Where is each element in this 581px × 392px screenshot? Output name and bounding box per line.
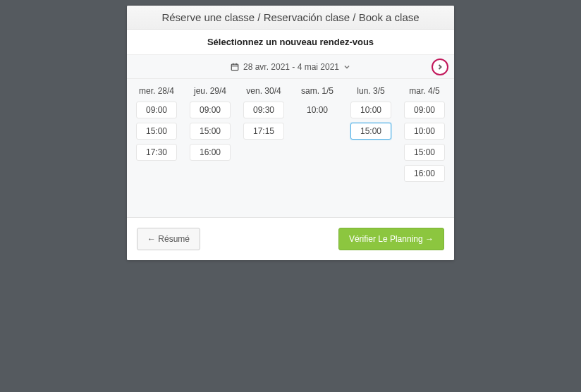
day-header: lun. 3/5	[357, 86, 384, 96]
day-header: ven. 30/4	[246, 86, 281, 96]
date-range-text: 28 avr. 2021 - 4 mai 2021	[243, 62, 339, 72]
days-container: mer. 28/409:0015:0017:30jeu. 29/409:0015…	[131, 86, 450, 182]
verify-planning-button[interactable]: Vérifier Le Planning →	[338, 228, 444, 250]
day-header: mer. 28/4	[139, 86, 174, 96]
time-slot[interactable]: 17:30	[136, 144, 177, 161]
modal-subheader: Sélectionnez un nouveau rendez-vous	[127, 30, 454, 55]
chevron-right-icon	[436, 63, 444, 71]
day-column: mer. 28/409:0015:0017:30	[131, 86, 182, 182]
time-slot[interactable]: 15:00	[404, 144, 445, 161]
time-slot[interactable]: 09:00	[404, 102, 445, 118]
day-column: sam. 1/510:00	[292, 86, 343, 182]
time-slot[interactable]: 17:15	[243, 123, 284, 140]
modal-title: Réserve une classe / Reservación clase /…	[127, 6, 454, 30]
back-button[interactable]: ← Résumé	[137, 228, 200, 250]
time-slot[interactable]: 09:00	[190, 102, 231, 118]
day-column: ven. 30/409:3017:15	[238, 86, 289, 182]
time-slot[interactable]: 09:30	[243, 102, 284, 118]
day-header: mar. 4/5	[409, 86, 439, 96]
booking-modal: Réserve une classe / Reservación clase /…	[127, 6, 454, 260]
modal-footer: ← Résumé Vérifier Le Planning →	[127, 217, 454, 260]
time-slot[interactable]: 16:00	[404, 165, 445, 182]
chevron-down-icon	[343, 63, 350, 71]
date-range-bar: 28 avr. 2021 - 4 mai 2021	[127, 55, 454, 79]
time-slot[interactable]: 16:00	[190, 144, 231, 161]
time-slot: 10:00	[297, 102, 338, 118]
date-range-selector[interactable]: 28 avr. 2021 - 4 mai 2021	[231, 62, 350, 72]
day-column: lun. 3/510:0015:00	[345, 86, 396, 182]
day-column: mar. 4/509:0010:0015:0016:00	[399, 86, 450, 182]
day-column: jeu. 29/409:0015:0016:00	[185, 86, 236, 182]
time-slot[interactable]: 09:00	[136, 102, 177, 118]
schedule-area: mer. 28/409:0015:0017:30jeu. 29/409:0015…	[127, 79, 454, 217]
calendar-icon	[231, 63, 239, 71]
time-slot[interactable]: 10:00	[350, 102, 391, 118]
day-header: sam. 1/5	[301, 86, 334, 96]
day-header: jeu. 29/4	[194, 86, 226, 96]
time-slot[interactable]: 10:00	[404, 123, 445, 140]
time-slot[interactable]: 15:00	[190, 123, 231, 140]
next-week-button[interactable]	[432, 59, 448, 75]
time-slot[interactable]: 15:00	[350, 123, 391, 140]
time-slot[interactable]: 15:00	[136, 123, 177, 140]
svg-rect-0	[231, 64, 238, 71]
